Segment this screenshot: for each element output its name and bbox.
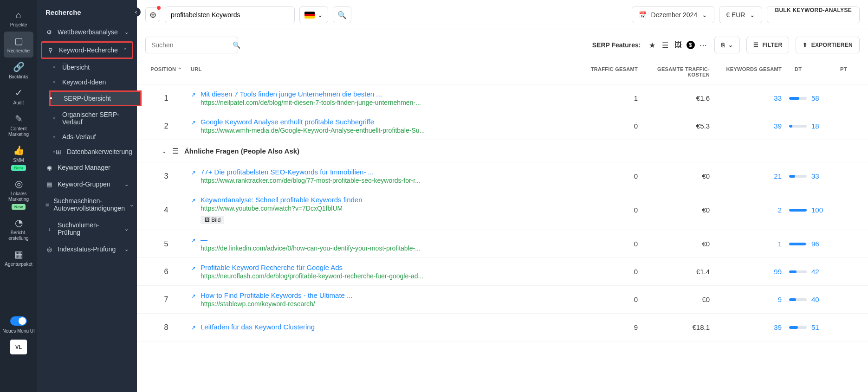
country-selector[interactable]: ⌄	[299, 6, 328, 23]
external-link-icon[interactable]: ↗	[191, 237, 196, 252]
external-link-icon[interactable]: ↗	[191, 169, 196, 184]
rail-item-projekte[interactable]: ⌂Projekte	[4, 6, 33, 32]
result-title-link[interactable]: Leitfaden für das Keyword Clustering	[201, 323, 315, 331]
rail-item-audit[interactable]: ✓Audit	[4, 84, 33, 109]
image-icon[interactable]: 🖼	[674, 40, 683, 50]
result-url[interactable]: https://neilpatel.com/de/blog/mit-diesen…	[201, 99, 421, 106]
nav-section[interactable]: ≡Suchmaschinen-Autovervollständigungen⌄	[37, 193, 137, 217]
result-title-link[interactable]: Mit diesen 7 Tools finden junge Unterneh…	[201, 90, 421, 98]
rail-item-bericht--erstellung[interactable]: ◔Bericht- erstellung	[4, 213, 33, 245]
keywords-link[interactable]: 39	[774, 323, 782, 331]
cell-position: 3	[145, 167, 187, 186]
th-pt[interactable]: PT	[836, 60, 860, 84]
dt-value-link[interactable]: 100	[811, 206, 823, 214]
cell-keywords: 21	[713, 167, 785, 186]
keywords-link[interactable]: 39	[774, 122, 782, 130]
sidebar-subitem[interactable]: Organischer SERP-Verlauf	[54, 107, 137, 129]
more-icon[interactable]: ⋯	[699, 40, 708, 50]
dt-value-link[interactable]: 18	[811, 122, 819, 130]
external-link-icon[interactable]: ↗	[191, 119, 196, 134]
th-dt[interactable]: DT	[785, 60, 836, 84]
currency-selector[interactable]: € EUR⌄	[719, 6, 762, 23]
search-button[interactable]: 🔍	[333, 6, 351, 23]
rail-item-lokales-marketing[interactable]: ◎Lokales MarketingNew	[4, 174, 33, 213]
sidebar-subitem[interactable]: Keyword-Ideen	[54, 75, 137, 90]
external-link-icon[interactable]: ↗	[191, 197, 196, 224]
rail-item-content-marketing[interactable]: ✎Content Marketing	[4, 109, 33, 141]
th-url[interactable]: URL	[187, 60, 570, 84]
cell-traffic: 0	[570, 262, 641, 281]
result-url[interactable]: https://de.linkedin.com/advice/0/how-can…	[201, 244, 421, 252]
cell-keywords: 33	[713, 89, 785, 108]
result-title-link[interactable]: Profitable Keyword Recherche für Google …	[201, 263, 423, 271]
rail-item-recherche[interactable]: ▢Recherche	[4, 32, 33, 58]
table-row: 6 ↗ Profitable Keyword Recherche für Goo…	[137, 258, 868, 286]
nav-section[interactable]: ◉Keyword Manager	[37, 159, 137, 176]
sort-asc-icon: ⌃	[178, 67, 181, 72]
result-title-link[interactable]: How to Find Profitable Keywords - the Ul…	[201, 291, 353, 299]
dt-value-link[interactable]: 58	[811, 94, 819, 102]
result-title-link[interactable]: Keywordanalyse: Schnell profitable Keywo…	[201, 196, 363, 204]
th-keywords[interactable]: KEYWORDS GESAMT	[713, 60, 785, 84]
sidebar-subitem[interactable]: SERP-Übersicht	[49, 90, 142, 106]
external-link-icon[interactable]: ↗	[191, 293, 196, 308]
table-row: 8 ↗ Leitfaden für das Keyword Clustering…	[137, 314, 868, 341]
result-url[interactable]: https://neuroflash.com/de/blog/profitabl…	[201, 272, 423, 280]
result-url[interactable]: https://stablewp.com/keyword-research/	[201, 300, 353, 308]
result-title-link[interactable]: —	[201, 236, 421, 244]
chevron-icon: ⌄	[124, 246, 129, 252]
th-traffic[interactable]: TRAFFIC GESAMT	[570, 60, 641, 84]
rail-item-backlinks[interactable]: 🔗Backlinks	[4, 58, 33, 84]
nav-section[interactable]: ⫾Suchvolumen-Prüfung⌄	[37, 217, 137, 241]
sidebar-subitem[interactable]: ⊞Datenbankerweiterung	[54, 144, 137, 159]
copy-button[interactable]: ⎘⌄	[714, 37, 740, 53]
table-search-input[interactable]	[151, 41, 233, 49]
list-icon[interactable]: ☰	[661, 40, 670, 50]
nav-section[interactable]: ⚲Keyword-Recherche⌃	[41, 41, 133, 59]
dt-value-link[interactable]: 33	[811, 172, 819, 180]
keywords-link[interactable]: 9	[778, 296, 782, 303]
date-selector[interactable]: 📅Dezember 2024⌄	[632, 6, 715, 23]
result-title-link[interactable]: 77+ Die profitabelsten SEO-Keywords für …	[201, 168, 421, 176]
nav-section[interactable]: ⚙Wettbewerbsanalyse⌄	[37, 24, 137, 40]
dt-value-link[interactable]: 40	[811, 296, 819, 303]
dt-bar	[789, 298, 807, 301]
menu-toggle[interactable]	[10, 316, 27, 326]
sidebar-collapse-button[interactable]: ‹	[131, 7, 141, 17]
keywords-link[interactable]: 99	[774, 268, 782, 276]
bulk-analysis-button[interactable]: BULK KEYWORD-ANALYSE	[767, 6, 860, 23]
sidebar-subitem[interactable]: Ads-Verlauf	[54, 129, 137, 144]
add-button[interactable]: ⊕	[145, 7, 160, 22]
avatar[interactable]: VL	[10, 340, 27, 354]
paa-row[interactable]: ⌄☰Ähnliche Fragen (People Also Ask)	[137, 140, 868, 162]
keywords-link[interactable]: 1	[778, 240, 782, 248]
image-tag: 🖼 Bild	[201, 216, 224, 224]
dt-value-link[interactable]: 96	[811, 240, 819, 248]
dt-value-link[interactable]: 51	[811, 323, 819, 331]
dollar-icon[interactable]: $	[687, 41, 695, 49]
th-cost[interactable]: GESAMTE TRAFFIC-KOSTEN	[641, 60, 713, 84]
result-url[interactable]: https://www.youtube.com/watch?v=7DcxQ1fb…	[201, 205, 363, 212]
rail-item-agenturpaket[interactable]: ▦Agenturpaket	[4, 245, 33, 271]
keywords-link[interactable]: 33	[774, 94, 782, 102]
external-link-icon[interactable]: ↗	[191, 91, 196, 106]
filter-button[interactable]: ☰FILTER	[746, 37, 789, 53]
th-position[interactable]: POSITION⌃	[145, 60, 187, 84]
nav-section[interactable]: ▤Keyword-Gruppen⌄	[37, 176, 137, 193]
keyword-input[interactable]	[165, 6, 295, 23]
sidebar-subitem[interactable]: Übersicht	[54, 60, 137, 75]
rail-item-smm[interactable]: 👍SMMBeta	[4, 141, 33, 174]
dt-value-link[interactable]: 42	[811, 268, 819, 276]
keywords-link[interactable]: 2	[778, 206, 782, 214]
dt-bar	[789, 125, 807, 128]
menu-toggle-label: Neues Menü UI	[2, 328, 34, 334]
star-icon[interactable]: ★	[648, 40, 657, 50]
export-button[interactable]: ⬆EXPORTIEREN	[796, 37, 860, 53]
result-url[interactable]: https://www.ranktracker.com/de/blog/77-m…	[201, 177, 421, 184]
nav-section[interactable]: ◎Indexstatus-Prüfung⌄	[37, 241, 137, 257]
external-link-icon[interactable]: ↗	[191, 265, 196, 280]
result-title-link[interactable]: Google Keyword Analyse enthüllt profitab…	[201, 118, 425, 126]
keywords-link[interactable]: 21	[774, 172, 782, 180]
external-link-icon[interactable]: ↗	[191, 324, 196, 332]
result-url[interactable]: https://www.wmh-media.de/Google-Keyword-…	[201, 127, 425, 134]
